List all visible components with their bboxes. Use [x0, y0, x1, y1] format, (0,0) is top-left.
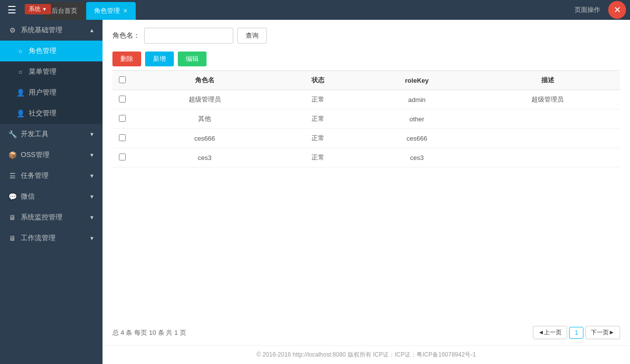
sidebar-group-workflow-label: 工作流管理 — [21, 234, 85, 243]
row-status: 正常 — [277, 148, 359, 167]
sidebar-item-user-management[interactable]: 👤 用户管理 — [0, 82, 103, 103]
table-body: 超级管理员 正常 admin 超级管理员 其他 正常 other ces666 … — [112, 90, 620, 167]
chevron-up-icon: ▲ — [89, 27, 95, 33]
prev-page-button[interactable]: ◄上一页 — [533, 326, 568, 339]
chevron-down-icon-5: ▼ — [89, 214, 95, 220]
row-checkbox-cell — [112, 148, 132, 167]
pagination-area: 总 4 条 每页 10 条 共 1 页 ◄上一页 1 下一页► — [103, 320, 630, 345]
footer-text: © 2016-2016 http://localhost:8080 版权所有 I… — [257, 351, 476, 358]
main-layout: ⚙ 系统基础管理 ▲ ○ 角色管理 ○ 菜单管理 👤 用户管理 👤 社交管理 — [0, 20, 630, 364]
sidebar-item-user-label: 用户管理 — [29, 88, 95, 97]
role-table: 角色名 状态 roleKey 描述 超级管理员 正常 admin 超级管理员 其… — [112, 70, 620, 167]
pagination-controls: ◄上一页 1 下一页► — [533, 326, 620, 339]
col-desc: 描述 — [475, 71, 620, 90]
tab-role-management[interactable]: 角色管理 ✕ — [86, 2, 136, 20]
chevron-down-icon-2: ▼ — [89, 152, 95, 158]
role-name-label: 角色名： — [112, 31, 140, 40]
list-icon: ☰ — [8, 172, 17, 180]
sidebar-item-social-management[interactable]: 👤 社交管理 — [0, 103, 103, 124]
row-role-key: ces666 — [359, 129, 475, 148]
sidebar-group-task-label: 任务管理 — [21, 171, 85, 180]
current-page: 1 — [569, 327, 583, 339]
sidebar-group-monitor[interactable]: 🖥 系统监控管理 ▼ — [0, 207, 103, 228]
sys-tag[interactable]: 系统 — [25, 4, 51, 14]
footer: © 2016-2016 http://localhost:8080 版权所有 I… — [103, 345, 630, 364]
row-status: 正常 — [277, 109, 359, 129]
sidebar-sub-system-base: ○ 角色管理 ○ 菜单管理 👤 用户管理 👤 社交管理 — [0, 41, 103, 124]
chat-icon: 💬 — [8, 193, 17, 201]
chevron-down-icon-6: ▼ — [89, 235, 95, 241]
row-checkbox-cell — [112, 109, 132, 129]
row-desc: 超级管理员 — [475, 90, 620, 109]
col-status: 状态 — [277, 71, 359, 90]
chevron-down-icon: ▼ — [89, 131, 95, 137]
row-checkbox-3[interactable] — [119, 154, 126, 160]
search-bar: 角色名： 查询 — [103, 20, 630, 48]
table-row: 其他 正常 other — [112, 109, 620, 129]
sidebar-group-system-base-label: 系统基础管理 — [21, 26, 85, 35]
sidebar-item-role-management[interactable]: ○ 角色管理 — [0, 41, 103, 61]
table-header-row: 角色名 状态 roleKey 描述 — [112, 71, 620, 90]
workflow-icon: 🖥 — [8, 234, 17, 242]
row-role-name: ces666 — [132, 129, 277, 148]
content-area: 角色名： 查询 删除 新增 编辑 角色名 状态 roleKey 描述 — [103, 20, 630, 364]
row-role-name: 其他 — [132, 109, 277, 129]
gear-icon: ⚙ — [8, 26, 17, 34]
sidebar-item-menu-label: 菜单管理 — [29, 67, 95, 76]
row-desc — [475, 148, 620, 167]
user-icon-2: 👤 — [16, 109, 25, 117]
tab-close-icon[interactable]: ✕ — [123, 7, 128, 14]
top-bar: ☰ 系统 后台首页 角色管理 ✕ 页面操作 ✕ — [0, 0, 630, 20]
table-row: ces3 正常 ces3 — [112, 148, 620, 167]
circle-icon-2: ○ — [16, 68, 25, 76]
sidebar-group-oss[interactable]: 📦 OSS管理 ▼ — [0, 145, 103, 165]
row-checkbox-0[interactable] — [119, 96, 126, 103]
page-op-label[interactable]: 页面操作 — [567, 5, 608, 14]
table-wrapper: 角色名 状态 roleKey 描述 超级管理员 正常 admin 超级管理员 其… — [103, 70, 630, 320]
row-checkbox-cell — [112, 90, 132, 109]
col-role-name: 角色名 — [132, 71, 277, 90]
col-checkbox — [112, 71, 132, 90]
row-status: 正常 — [277, 129, 359, 148]
edit-button[interactable]: 编辑 — [178, 52, 207, 66]
row-role-key: admin — [359, 90, 475, 109]
row-status: 正常 — [277, 90, 359, 109]
chevron-down-icon-3: ▼ — [89, 173, 95, 179]
row-role-name: 超级管理员 — [132, 90, 277, 109]
pagination-info: 总 4 条 每页 10 条 共 1 页 — [112, 328, 186, 337]
sidebar-group-monitor-label: 系统监控管理 — [21, 213, 85, 222]
row-checkbox-2[interactable] — [119, 134, 126, 141]
sidebar-group-wechat-label: 微信 — [21, 192, 85, 201]
sidebar-group-workflow[interactable]: 🖥 工作流管理 ▼ — [0, 228, 103, 249]
sidebar: ⚙ 系统基础管理 ▲ ○ 角色管理 ○ 菜单管理 👤 用户管理 👤 社交管理 — [0, 20, 103, 364]
tab-home-label: 后台首页 — [52, 6, 77, 15]
sidebar-group-task[interactable]: ☰ 任务管理 ▼ — [0, 165, 103, 186]
sidebar-group-dev-tools[interactable]: 🔧 开发工具 ▼ — [0, 124, 103, 145]
hamburger-icon[interactable]: ☰ — [0, 4, 24, 16]
delete-button[interactable]: 删除 — [112, 52, 141, 66]
user-icon: 👤 — [16, 89, 25, 97]
sidebar-group-wechat[interactable]: 💬 微信 ▼ — [0, 186, 103, 207]
row-desc — [475, 109, 620, 129]
next-page-button[interactable]: 下一页► — [585, 326, 620, 339]
monitor-icon: 🖥 — [8, 213, 17, 221]
tabs-area: 后台首页 角色管理 ✕ — [44, 0, 567, 20]
sidebar-item-social-label: 社交管理 — [29, 109, 95, 118]
sidebar-group-dev-label: 开发工具 — [21, 130, 85, 139]
row-checkbox-cell — [112, 129, 132, 148]
row-checkbox-1[interactable] — [119, 115, 126, 122]
sidebar-item-role-label: 角色管理 — [29, 47, 95, 55]
select-all-checkbox[interactable] — [119, 76, 126, 83]
query-button[interactable]: 查询 — [237, 28, 267, 44]
sidebar-group-system-base[interactable]: ⚙ 系统基础管理 ▲ — [0, 20, 103, 41]
box-icon: 📦 — [8, 151, 17, 159]
add-button[interactable]: 新增 — [145, 52, 174, 66]
sidebar-item-menu-management[interactable]: ○ 菜单管理 — [0, 61, 103, 82]
wrench-icon: 🔧 — [8, 130, 17, 138]
role-name-input[interactable] — [144, 28, 233, 44]
table-row: 超级管理员 正常 admin 超级管理员 — [112, 90, 620, 109]
sidebar-group-oss-label: OSS管理 — [21, 151, 85, 159]
table-row: ces666 正常 ces666 — [112, 129, 620, 148]
action-bar: 删除 新增 编辑 — [103, 48, 630, 70]
close-button[interactable]: ✕ — [608, 1, 626, 19]
